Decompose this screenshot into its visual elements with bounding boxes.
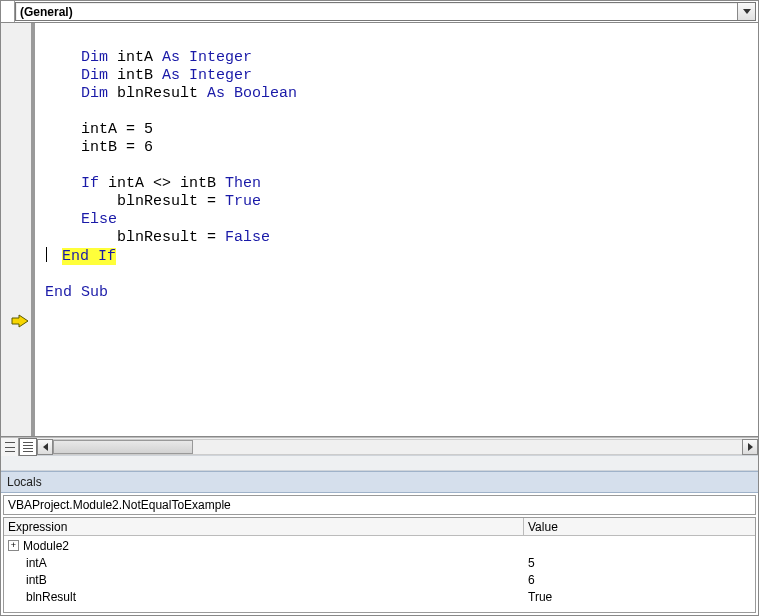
object-dropdown-bar: (General) — [1, 1, 758, 23]
panel-separator[interactable] — [1, 455, 758, 471]
col-header-value[interactable]: Value — [524, 518, 755, 535]
code-editor-region: Dim intA As Integer Dim intB As Integer … — [1, 23, 758, 437]
locals-context-text: VBAProject.Module2.NotEqualToExample — [8, 498, 231, 512]
locals-table-body: + Module2 intA 5 intB 6 blnResult True — [4, 536, 755, 605]
current-line-arrow-icon — [11, 314, 29, 328]
full-module-view-button[interactable] — [19, 438, 37, 456]
var-name: intA — [26, 556, 47, 570]
chevron-right-icon — [748, 443, 753, 451]
code-text: Dim intA As Integer Dim intB As Integer … — [35, 23, 758, 302]
svg-marker-0 — [12, 315, 28, 327]
table-row[interactable]: intA 5 — [4, 554, 755, 571]
locals-title-text: Locals — [7, 475, 42, 489]
hscroll-right-button[interactable] — [742, 439, 758, 455]
chevron-left-icon — [43, 443, 48, 451]
chevron-down-icon — [743, 9, 751, 14]
hscroll-thumb[interactable] — [53, 440, 193, 454]
locals-context-bar[interactable]: VBAProject.Module2.NotEqualToExample — [3, 495, 756, 515]
col-header-expression[interactable]: Expression — [4, 518, 524, 535]
var-name: Module2 — [23, 539, 69, 553]
locals-table: Expression Value + Module2 intA 5 intB 6… — [3, 517, 756, 613]
hscroll-track[interactable] — [53, 439, 742, 455]
object-dropdown-text: (General) — [16, 4, 77, 20]
table-row[interactable]: intB 6 — [4, 571, 755, 588]
var-name: blnResult — [26, 590, 76, 604]
locals-table-header: Expression Value — [4, 518, 755, 536]
gutter — [1, 23, 35, 436]
text-cursor — [46, 247, 47, 262]
dropdown-left-spacer — [1, 1, 15, 22]
code-pane[interactable]: Dim intA As Integer Dim intB As Integer … — [35, 23, 758, 436]
horizontal-scrollbar[interactable] — [37, 438, 758, 455]
object-dropdown[interactable]: (General) — [15, 2, 756, 21]
locals-panel-title: Locals — [1, 471, 758, 493]
table-row[interactable]: blnResult True — [4, 588, 755, 605]
var-value: True — [524, 590, 755, 604]
var-name: intB — [26, 573, 47, 587]
hscroll-left-button[interactable] — [37, 439, 53, 455]
var-value: 5 — [524, 556, 755, 570]
procedure-view-button[interactable] — [1, 438, 19, 456]
dropdown-button[interactable] — [737, 3, 755, 20]
expand-icon[interactable]: + — [8, 540, 19, 551]
var-value: 6 — [524, 573, 755, 587]
editor-footer — [1, 437, 758, 455]
table-row[interactable]: + Module2 — [4, 537, 755, 554]
